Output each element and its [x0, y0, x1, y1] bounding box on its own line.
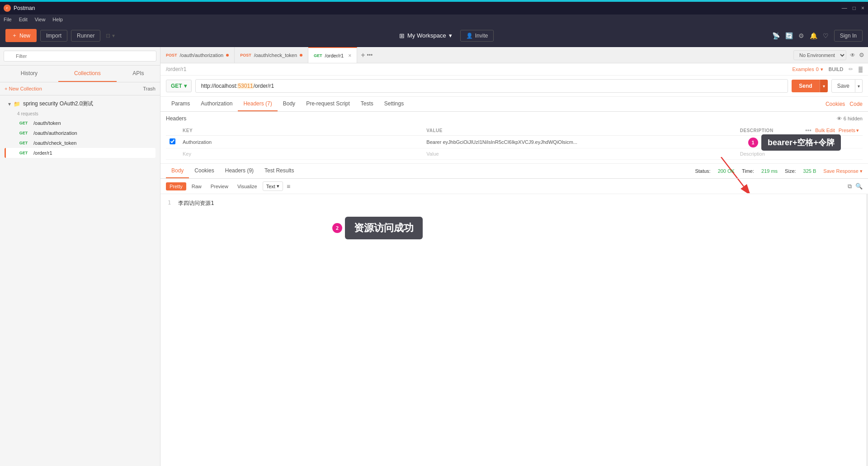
tab-params[interactable]: Params: [166, 97, 195, 111]
examples-link[interactable]: Examples 0 ▾: [792, 67, 823, 72]
minimize-btn[interactable]: —: [842, 5, 847, 11]
tab-apis[interactable]: APIs: [117, 66, 160, 82]
method-get-badge: GET: [17, 130, 30, 136]
tab-settings[interactable]: Settings: [379, 97, 409, 111]
response-format-bar: Pretty Raw Preview Visualize Text ▾ ≡ ⧉ …: [160, 179, 868, 194]
runner-button[interactable]: Runner: [71, 30, 100, 42]
bell-icon[interactable]: 🔔: [810, 32, 817, 39]
eye-icon: 👁: [837, 116, 842, 121]
menu-edit[interactable]: Edit: [19, 17, 28, 22]
bulk-edit-button[interactable]: Bulk Edit: [815, 127, 835, 133]
tab-label: Pre-request Script: [306, 100, 350, 107]
trash-button[interactable]: Trash: [143, 86, 156, 91]
tab-headers[interactable]: Headers (7): [238, 97, 277, 111]
tab-oauth-auth[interactable]: POST /oauth/authorization: [160, 47, 235, 63]
code-link[interactable]: Code: [849, 101, 863, 107]
resp-tab-headers[interactable]: Headers (9): [220, 164, 259, 178]
layout-icon[interactable]: ⊡ ▾: [106, 33, 114, 39]
status-label: Status:: [695, 168, 710, 174]
format-preview[interactable]: Preview: [207, 182, 232, 190]
presets-button[interactable]: Presets ▾: [839, 127, 859, 133]
resp-tab-cookies[interactable]: Cookies: [189, 164, 219, 178]
menu-file[interactable]: File: [4, 17, 12, 22]
header-key-input[interactable]: Key: [179, 148, 423, 160]
heart-icon[interactable]: ♡: [823, 32, 829, 39]
send-dropdown[interactable]: ▾: [820, 80, 828, 92]
header-value-input[interactable]: Value: [423, 148, 736, 160]
format-pretty[interactable]: Pretty: [166, 182, 186, 190]
tab-collections[interactable]: Collections: [58, 66, 117, 82]
filter-input[interactable]: [4, 51, 156, 62]
close-btn[interactable]: ×: [861, 5, 864, 11]
resp-tab-tests[interactable]: Test Results: [259, 164, 299, 178]
invite-button[interactable]: 👤 Invite: [460, 30, 494, 42]
tab-check-token[interactable]: POST /oauth/check_token: [235, 47, 308, 63]
headers-row: Headers 👁 6 hidden: [166, 115, 863, 122]
url-bar: GET ▾ http://localhost:53011/order/r1 Se…: [160, 76, 868, 97]
search-icon[interactable]: 🔍: [855, 183, 863, 190]
settings-icon[interactable]: ⚙: [798, 32, 804, 39]
tab-method-post: POST: [166, 53, 177, 57]
wrap-icon[interactable]: ≡: [287, 183, 290, 190]
format-visualize[interactable]: Visualize: [234, 182, 261, 190]
request-item-order-r1[interactable]: GET /order/r1: [5, 148, 156, 158]
main-toolbar: ＋ New Import Runner ⊡ ▾ ⊞ My Workspace ▾…: [0, 24, 868, 47]
more-options-icon[interactable]: ▓: [859, 66, 863, 72]
add-tab-icon[interactable]: +: [361, 51, 365, 59]
eye-icon[interactable]: 👁: [850, 52, 855, 58]
tab-tests[interactable]: Tests: [355, 97, 379, 111]
request-item-authorization[interactable]: GET /oauth/authorization: [5, 128, 156, 138]
request-item-check-token[interactable]: GET /oauth/check_token: [5, 138, 156, 148]
new-collection-button[interactable]: + New Collection: [5, 86, 42, 91]
maximize-btn[interactable]: □: [853, 5, 856, 11]
copy-icon[interactable]: ⧉: [848, 183, 852, 190]
header-checkbox[interactable]: [170, 138, 175, 144]
url-display[interactable]: http://localhost:53011/order/r1: [195, 79, 788, 93]
refresh-icon[interactable]: 🔄: [785, 32, 793, 39]
request-item-token[interactable]: GET /oauth/token: [5, 118, 156, 128]
new-button[interactable]: ＋ New: [5, 29, 37, 42]
tab-label: Settings: [384, 100, 404, 107]
sign-in-button[interactable]: Sign In: [834, 30, 863, 42]
tab-close-icon[interactable]: ×: [348, 52, 351, 59]
response-body: 1 李四访问资源1 2 资源访问成功: [160, 194, 868, 466]
tab-label: Tests: [361, 100, 373, 107]
menu-help[interactable]: Help: [52, 17, 63, 22]
request-nav-tabs: Params Authorization Headers (7) Body Pr…: [160, 97, 868, 112]
save-response-button[interactable]: Save Response ▾: [823, 168, 863, 174]
build-button[interactable]: BUILD: [829, 67, 843, 72]
method-get-badge: GET: [17, 120, 30, 126]
tab-authorization[interactable]: Authorization: [195, 97, 238, 111]
tab-order-r1[interactable]: GET /order/r1 ×: [308, 47, 357, 63]
format-raw[interactable]: Raw: [188, 182, 205, 190]
tab-body[interactable]: Body: [278, 97, 301, 111]
save-dropdown[interactable]: ▾: [855, 79, 863, 93]
col-value: VALUE: [423, 125, 736, 136]
hidden-badge[interactable]: 👁 6 hidden: [837, 116, 863, 121]
tab-pre-request[interactable]: Pre-request Script: [301, 97, 355, 111]
text-format-select[interactable]: Text ▾: [263, 181, 283, 191]
resp-tab-body[interactable]: Body: [166, 164, 189, 178]
workspace-selector[interactable]: ⊞ My Workspace ▾: [395, 30, 457, 42]
more-tabs-icon[interactable]: •••: [367, 52, 373, 58]
tab-label: Authorization: [201, 100, 232, 107]
import-button[interactable]: Import: [40, 30, 67, 42]
environment-select[interactable]: No Environment: [793, 50, 846, 60]
method-select[interactable]: GET ▾: [166, 80, 192, 92]
tab-history[interactable]: History: [0, 66, 58, 82]
person-icon: 👤: [466, 33, 473, 39]
send-button[interactable]: Send: [792, 80, 819, 92]
body-line-1: 1 李四访问资源1: [168, 200, 861, 207]
tab-path: /order/r1: [325, 53, 344, 58]
collection-header[interactable]: ▾ 📁 spring security OAuth2.0测试: [5, 97, 156, 110]
satellite-icon[interactable]: 📡: [772, 32, 780, 39]
more-icon[interactable]: •••: [805, 127, 811, 133]
save-button[interactable]: Save: [831, 79, 855, 93]
pencil-icon[interactable]: ✏: [849, 66, 853, 72]
sidebar: History Collections APIs + New Collectio…: [0, 47, 160, 466]
cookies-link[interactable]: Cookies: [826, 101, 845, 107]
app-logo: P: [4, 5, 11, 12]
annotation1-tooltip: bearer+空格+令牌: [761, 134, 841, 151]
menu-view[interactable]: View: [35, 17, 46, 22]
settings-icon[interactable]: ⚙: [859, 52, 864, 58]
